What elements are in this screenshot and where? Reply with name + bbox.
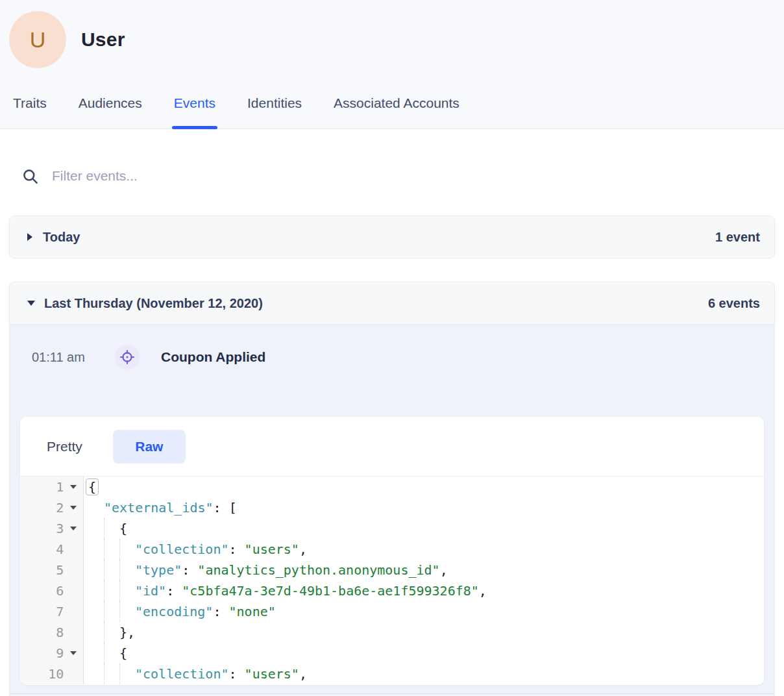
indent-guide bbox=[104, 518, 119, 539]
tab-identities[interactable]: Identities bbox=[247, 95, 302, 129]
gutter-cell: 4 bbox=[20, 539, 84, 560]
event-time: 01:11 am bbox=[32, 350, 115, 365]
line-number: 3 bbox=[20, 521, 64, 536]
indent-guide bbox=[104, 580, 119, 601]
code-token: : bbox=[182, 562, 197, 578]
code-token: { bbox=[119, 521, 127, 536]
gutter-cell: 10 bbox=[20, 664, 84, 684]
indent-guide bbox=[119, 560, 135, 580]
code-text: "id": "c5bfa47a-3e7d-49b1-ba6e-ae1f59932… bbox=[84, 580, 487, 601]
code-text: { bbox=[84, 643, 127, 664]
code-text: "collection": "users", bbox=[84, 539, 307, 560]
tab-audiences[interactable]: Audiences bbox=[79, 95, 142, 129]
code-token: "type" bbox=[135, 562, 182, 578]
raw-tab[interactable]: Raw bbox=[113, 430, 186, 464]
code-token: "id" bbox=[135, 583, 166, 599]
code-line: 8}, bbox=[20, 622, 764, 643]
indent-guide bbox=[119, 539, 135, 560]
line-number: 4 bbox=[20, 541, 64, 557]
line-number: 8 bbox=[20, 625, 64, 640]
code-text: }, bbox=[84, 622, 135, 643]
code-token: : bbox=[166, 583, 182, 599]
indent-space bbox=[88, 560, 104, 580]
code-token: "users" bbox=[245, 666, 299, 682]
event-row-coupon-applied[interactable]: 01:11 am Coupon Applied bbox=[10, 325, 774, 370]
indent-space bbox=[88, 664, 104, 684]
gutter-cell: 1 bbox=[20, 477, 84, 497]
gutter-cell: 2 bbox=[20, 497, 84, 518]
group-label: Today bbox=[43, 230, 80, 245]
code-token: "external_ids" bbox=[104, 500, 214, 516]
code-text: "collection": "users", bbox=[84, 664, 307, 684]
code-line: 7"encoding": "none" bbox=[20, 601, 764, 622]
pretty-tab[interactable]: Pretty bbox=[47, 439, 82, 454]
fold-toggle[interactable] bbox=[64, 651, 83, 655]
tab-events[interactable]: Events bbox=[174, 95, 215, 129]
event-group-today: Today 1 event bbox=[9, 216, 775, 258]
indent-guide bbox=[104, 622, 119, 643]
event-group-last-thursday-header[interactable]: Last Thursday (November 12, 2020) 6 even… bbox=[10, 282, 774, 325]
code-line: 2"external_ids": [ bbox=[20, 497, 764, 518]
indent-space bbox=[88, 539, 104, 560]
group-event-count: 1 event bbox=[715, 230, 760, 245]
fold-toggle[interactable] bbox=[64, 506, 83, 510]
fold-toggle[interactable] bbox=[64, 485, 83, 489]
code-token: "encoding" bbox=[135, 604, 213, 619]
code-token: : bbox=[229, 666, 245, 682]
code-token: , bbox=[299, 666, 307, 682]
filter-events-input[interactable] bbox=[52, 168, 506, 184]
code-token: }, bbox=[119, 625, 135, 640]
profile-tabs: Traits Audiences Events Identities Assoc… bbox=[0, 95, 784, 129]
event-divider bbox=[10, 693, 774, 694]
event-group-today-header[interactable]: Today 1 event bbox=[10, 216, 774, 258]
code-token: , bbox=[479, 583, 487, 599]
avatar: U bbox=[9, 11, 66, 68]
event-name: Coupon Applied bbox=[161, 349, 265, 365]
code-line: 5"type": "analytics_python.anonymous_id"… bbox=[20, 560, 764, 580]
code-line: 4"collection": "users", bbox=[20, 539, 764, 560]
line-number: 6 bbox=[20, 583, 64, 599]
code-text: "external_ids": [ bbox=[84, 497, 237, 518]
indent-guide bbox=[104, 664, 119, 684]
gutter-cell: 7 bbox=[20, 601, 84, 622]
line-number: 10 bbox=[20, 666, 64, 682]
filter-row bbox=[0, 129, 784, 190]
caret-right-icon bbox=[27, 233, 32, 241]
page-title: User bbox=[81, 29, 125, 51]
fold-caret-icon bbox=[70, 651, 77, 655]
code-token: "none" bbox=[229, 604, 276, 619]
event-payload-card: Pretty Raw 1{2"external_ids": [3{4"colle… bbox=[20, 417, 764, 685]
indent-guide bbox=[119, 664, 135, 684]
line-number: 7 bbox=[20, 604, 64, 619]
code-token: : bbox=[213, 604, 228, 619]
gutter-cell: 8 bbox=[20, 622, 84, 643]
code-token: "c5bfa47a-3e7d-49b1-ba6e-ae1f599326f8" bbox=[182, 583, 479, 599]
code-token: , bbox=[299, 541, 307, 557]
indent-guide bbox=[104, 539, 119, 560]
profile-top-area: U User Traits Audiences Events Identitie… bbox=[0, 0, 784, 129]
code-line: 3{ bbox=[20, 518, 764, 539]
indent-space bbox=[88, 622, 104, 643]
gutter-cell: 9 bbox=[20, 643, 84, 664]
tab-traits[interactable]: Traits bbox=[13, 95, 47, 129]
event-icon-badge bbox=[115, 345, 140, 369]
code-token: { bbox=[86, 478, 99, 495]
gutter-cell: 6 bbox=[20, 580, 84, 601]
target-icon bbox=[119, 349, 136, 366]
line-number: 5 bbox=[20, 562, 64, 578]
tab-associated-accounts[interactable]: Associated Accounts bbox=[334, 95, 459, 129]
caret-down-icon bbox=[27, 301, 35, 306]
fold-toggle[interactable] bbox=[64, 527, 83, 530]
indent-guide bbox=[104, 560, 119, 580]
line-number: 1 bbox=[20, 479, 64, 495]
code-line: 1{ bbox=[20, 477, 764, 497]
indent-space bbox=[88, 643, 104, 664]
event-group-content: 01:11 am Coupon Applied Pretty Raw 1{2"e… bbox=[10, 325, 774, 696]
fold-caret-icon bbox=[70, 506, 77, 510]
line-number: 9 bbox=[20, 645, 64, 661]
code-text: { bbox=[84, 477, 99, 497]
indent-guide bbox=[104, 601, 119, 622]
indent-guide bbox=[119, 601, 135, 622]
group-event-count: 6 events bbox=[708, 296, 760, 311]
code-editor: 1{2"external_ids": [3{4"collection": "us… bbox=[20, 477, 764, 684]
